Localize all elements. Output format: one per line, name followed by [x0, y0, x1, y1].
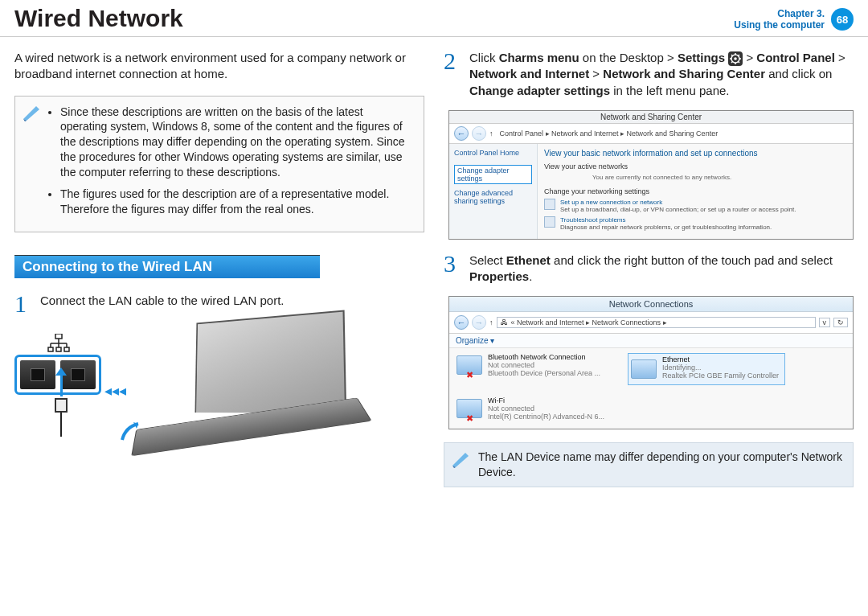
right-column: 2 Click Charms menu on the Desktop > Set… — [444, 50, 854, 487]
note-item-2: The figures used for the description are… — [60, 187, 412, 217]
step-1-number: 1 — [14, 293, 34, 314]
section-heading: Connecting to the Wired LAN — [14, 255, 320, 278]
nsc-active-sub: You are currently not connected to any n… — [592, 174, 846, 181]
nc-wifi-device: Intel(R) Centrino(R) Advanced-N 6... — [488, 413, 604, 421]
forward-button[interactable]: → — [472, 126, 486, 141]
step-1: 1 Connect the LAN cable to the wired LAN… — [14, 293, 424, 314]
nsc-sidebar: Control Panel Home Change adapter settin… — [449, 144, 538, 239]
chapter-line1: Chapter 3. — [734, 8, 825, 19]
note-icon — [22, 103, 41, 122]
nsc-breadcrumb[interactable]: Control Panel ▸ Network and Internet ▸ N… — [500, 129, 719, 138]
troubleshoot-icon — [544, 216, 555, 228]
step-3-text: Select Ethenet and click the right butto… — [469, 253, 854, 285]
chapter-info: Chapter 3. Using the computer — [734, 8, 825, 31]
nc-wifi-status: Not connected — [488, 405, 604, 413]
pointing-arrows-icon: ◂◂◂ — [104, 382, 126, 400]
chapter-line2: Using the computer — [734, 19, 825, 31]
lan-port-symbol-icon — [47, 334, 70, 353]
header-right: Chapter 3. Using the computer 68 — [734, 5, 854, 31]
intro-text: A wired network is a network environment… — [14, 50, 424, 83]
control-panel-home-link[interactable]: Control Panel Home — [454, 149, 532, 157]
setup-connection-icon — [544, 199, 555, 210]
page-title: Wired Network — [14, 5, 183, 32]
nsc-screenshot: Network and Sharing Center ← → ↑ Control… — [448, 110, 854, 240]
wifi-disconnected-x-icon: ✖ — [466, 415, 473, 422]
svg-line-15 — [731, 55, 733, 56]
ethernet-adapter-icon — [631, 359, 657, 379]
step-3-number: 3 — [444, 253, 463, 285]
nc-up-icon[interactable]: ↑ — [489, 318, 493, 326]
step-2-number: 2 — [444, 50, 463, 99]
svg-line-17 — [731, 62, 733, 64]
svg-rect-7 — [56, 347, 61, 351]
nc-breadcrumb: « Network and Internet ▸ Network Connect… — [511, 318, 667, 326]
page-header: Wired Network Chapter 3. Using the compu… — [0, 0, 868, 37]
setup-connection-desc: Set up a broadband, dial-up, or VPN conn… — [560, 206, 796, 213]
up-icon[interactable]: ↑ — [489, 129, 493, 138]
nc-body: ✖ Bluetooth Network Connection Not conne… — [449, 348, 853, 429]
nsc-window-title: Network and Sharing Center — [449, 111, 853, 124]
troubleshoot-desc: Diagnose and repair network problems, or… — [560, 224, 772, 231]
cable-arrow — [55, 368, 68, 437]
back-button[interactable]: ← — [454, 126, 469, 141]
nc-back-button[interactable]: ← — [454, 315, 469, 330]
step-1-text: Connect the LAN cable to the wired LAN p… — [40, 293, 424, 314]
svg-line-16 — [739, 62, 740, 64]
nc-eth-status: Identifying... — [662, 363, 779, 372]
organize-menu[interactable]: Organize ▾ — [456, 336, 494, 345]
nc-forward-button[interactable]: → — [472, 315, 486, 330]
nc-dropdown-icon[interactable]: v — [819, 318, 831, 327]
svg-point-10 — [734, 57, 737, 60]
nsc-active-label: View your active networks — [544, 162, 846, 170]
device-note-text: The LAN Device name may differ depending… — [478, 450, 842, 478]
device-note-icon — [451, 450, 470, 469]
step-2-text: Click Charms menu on the Desktop > Setti… — [469, 50, 854, 99]
svg-rect-8 — [64, 347, 69, 351]
disconnected-x-icon: ✖ — [466, 372, 473, 379]
step-3: 3 Select Ethenet and click the right but… — [444, 253, 854, 285]
lan-port-closeup-1 — [20, 360, 55, 389]
note-box: Since these descriptions are written on … — [14, 96, 424, 232]
nsc-navbar: ← → ↑ Control Panel ▸ Network and Intern… — [449, 124, 853, 144]
svg-line-18 — [739, 55, 740, 56]
nc-item-wifi[interactable]: ✖ Wi-Fi Not connected Intel(R) Centrino(… — [456, 396, 616, 424]
nc-refresh-icon[interactable]: ↻ — [833, 318, 848, 327]
left-column: A wired network is a network environment… — [14, 50, 424, 487]
page-number-badge: 68 — [831, 8, 854, 31]
nc-navbar: ← → ↑ 🖧 « Network and Internet ▸ Network… — [449, 312, 853, 334]
laptop-illustration — [133, 316, 383, 469]
note-item-1: Since these descriptions are written on … — [60, 105, 412, 180]
nc-wifi-name: Wi-Fi — [488, 396, 604, 405]
nc-screenshot: Network Connections ← → ↑ 🖧 « Network an… — [448, 296, 854, 429]
svg-rect-0 — [55, 334, 62, 339]
lan-illustration: ◂◂◂ — [14, 326, 424, 470]
change-adapter-settings-link[interactable]: Change adapter settings — [454, 165, 532, 184]
nc-item-bluetooth[interactable]: ✖ Bluetooth Network Connection Not conne… — [456, 353, 616, 385]
nsc-main: View your basic network information and … — [538, 144, 853, 239]
nc-eth-device: Realtek PCIe GBE Family Controller — [662, 372, 779, 380]
nc-bt-status: Not connected — [488, 361, 600, 369]
svg-rect-6 — [48, 347, 53, 351]
nc-toolbar: Organize ▾ — [449, 334, 853, 348]
setup-connection-link[interactable]: Set up a new connection or network — [560, 199, 796, 206]
rj45-plug-icon — [55, 398, 68, 413]
nc-bt-device: Bluetooth Device (Personal Area ... — [488, 369, 600, 377]
nc-item-ethernet[interactable]: Ethernet Identifying... Realtek PCIe GBE… — [628, 353, 785, 385]
nsc-heading: View your basic network information and … — [544, 149, 846, 158]
device-note: The LAN Device name may differ depending… — [444, 442, 854, 487]
nsc-change-hdr: Change your networking settings — [544, 187, 846, 195]
nc-folder-icon: 🖧 — [501, 318, 508, 326]
nc-bt-name: Bluetooth Network Connection — [488, 353, 600, 361]
troubleshoot-link[interactable]: Troubleshoot problems — [560, 216, 772, 224]
nc-eth-name: Ethernet — [662, 355, 779, 363]
settings-gear-icon — [728, 51, 743, 66]
change-advanced-sharing-link[interactable]: Change advanced sharing settings — [454, 189, 532, 205]
step-2: 2 Click Charms menu on the Desktop > Set… — [444, 50, 854, 99]
nc-address-bar[interactable]: 🖧 « Network and Internet ▸ Network Conne… — [497, 317, 816, 328]
nc-window-title: Network Connections — [449, 297, 853, 312]
